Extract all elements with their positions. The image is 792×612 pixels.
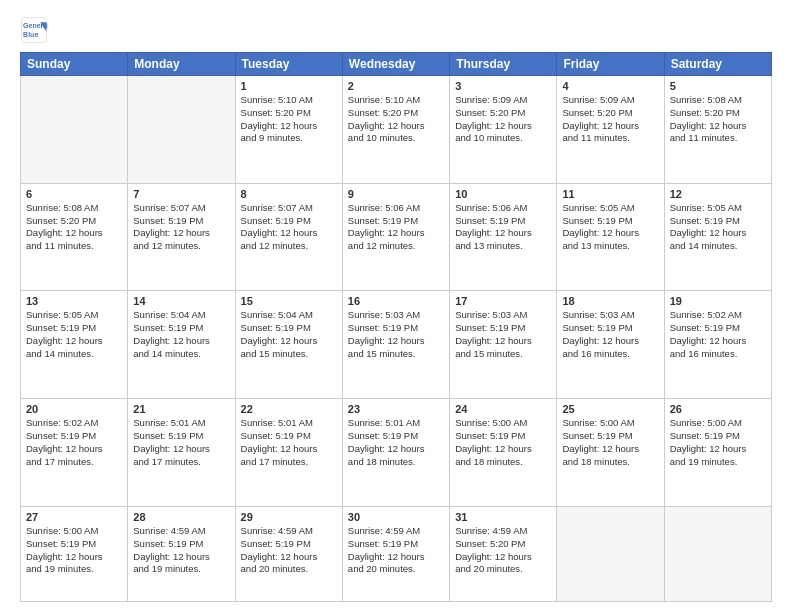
day-info: Sunrise: 5:04 AM Sunset: 5:19 PM Dayligh… <box>241 309 337 360</box>
calendar-cell: 5Sunrise: 5:08 AM Sunset: 5:20 PM Daylig… <box>664 76 771 184</box>
calendar-cell: 24Sunrise: 5:00 AM Sunset: 5:19 PM Dayli… <box>450 399 557 507</box>
week-row-3: 20Sunrise: 5:02 AM Sunset: 5:19 PM Dayli… <box>21 399 772 507</box>
day-number: 18 <box>562 295 658 307</box>
calendar-cell: 3Sunrise: 5:09 AM Sunset: 5:20 PM Daylig… <box>450 76 557 184</box>
svg-text:Blue: Blue <box>23 31 38 38</box>
calendar-cell: 29Sunrise: 4:59 AM Sunset: 5:19 PM Dayli… <box>235 506 342 601</box>
day-info: Sunrise: 5:05 AM Sunset: 5:19 PM Dayligh… <box>670 202 766 253</box>
calendar-cell: 11Sunrise: 5:05 AM Sunset: 5:19 PM Dayli… <box>557 183 664 291</box>
week-row-0: 1Sunrise: 5:10 AM Sunset: 5:20 PM Daylig… <box>21 76 772 184</box>
day-info: Sunrise: 5:02 AM Sunset: 5:19 PM Dayligh… <box>670 309 766 360</box>
calendar-cell <box>21 76 128 184</box>
calendar-cell: 18Sunrise: 5:03 AM Sunset: 5:19 PM Dayli… <box>557 291 664 399</box>
calendar-cell: 28Sunrise: 4:59 AM Sunset: 5:19 PM Dayli… <box>128 506 235 601</box>
day-info: Sunrise: 5:00 AM Sunset: 5:19 PM Dayligh… <box>26 525 122 576</box>
week-row-4: 27Sunrise: 5:00 AM Sunset: 5:19 PM Dayli… <box>21 506 772 601</box>
day-number: 22 <box>241 403 337 415</box>
weekday-sunday: Sunday <box>21 53 128 76</box>
day-info: Sunrise: 5:01 AM Sunset: 5:19 PM Dayligh… <box>133 417 229 468</box>
day-info: Sunrise: 5:02 AM Sunset: 5:19 PM Dayligh… <box>26 417 122 468</box>
day-number: 10 <box>455 188 551 200</box>
calendar-cell <box>664 506 771 601</box>
calendar-cell: 25Sunrise: 5:00 AM Sunset: 5:19 PM Dayli… <box>557 399 664 507</box>
day-number: 28 <box>133 511 229 523</box>
calendar-cell: 2Sunrise: 5:10 AM Sunset: 5:20 PM Daylig… <box>342 76 449 184</box>
day-number: 9 <box>348 188 444 200</box>
day-info: Sunrise: 5:05 AM Sunset: 5:19 PM Dayligh… <box>562 202 658 253</box>
weekday-friday: Friday <box>557 53 664 76</box>
day-info: Sunrise: 5:10 AM Sunset: 5:20 PM Dayligh… <box>241 94 337 145</box>
calendar-cell: 15Sunrise: 5:04 AM Sunset: 5:19 PM Dayli… <box>235 291 342 399</box>
day-number: 29 <box>241 511 337 523</box>
day-number: 27 <box>26 511 122 523</box>
day-number: 25 <box>562 403 658 415</box>
day-number: 30 <box>348 511 444 523</box>
calendar-cell: 20Sunrise: 5:02 AM Sunset: 5:19 PM Dayli… <box>21 399 128 507</box>
day-info: Sunrise: 4:59 AM Sunset: 5:19 PM Dayligh… <box>133 525 229 576</box>
calendar-cell: 17Sunrise: 5:03 AM Sunset: 5:19 PM Dayli… <box>450 291 557 399</box>
day-info: Sunrise: 5:09 AM Sunset: 5:20 PM Dayligh… <box>562 94 658 145</box>
header: General Blue <box>20 16 772 44</box>
day-info: Sunrise: 5:08 AM Sunset: 5:20 PM Dayligh… <box>26 202 122 253</box>
calendar-table: SundayMondayTuesdayWednesdayThursdayFrid… <box>20 52 772 602</box>
calendar-cell: 9Sunrise: 5:06 AM Sunset: 5:19 PM Daylig… <box>342 183 449 291</box>
day-number: 24 <box>455 403 551 415</box>
calendar-cell: 12Sunrise: 5:05 AM Sunset: 5:19 PM Dayli… <box>664 183 771 291</box>
calendar-cell: 16Sunrise: 5:03 AM Sunset: 5:19 PM Dayli… <box>342 291 449 399</box>
day-number: 19 <box>670 295 766 307</box>
day-info: Sunrise: 5:00 AM Sunset: 5:19 PM Dayligh… <box>670 417 766 468</box>
day-number: 2 <box>348 80 444 92</box>
day-info: Sunrise: 5:04 AM Sunset: 5:19 PM Dayligh… <box>133 309 229 360</box>
weekday-saturday: Saturday <box>664 53 771 76</box>
day-info: Sunrise: 5:06 AM Sunset: 5:19 PM Dayligh… <box>348 202 444 253</box>
day-number: 21 <box>133 403 229 415</box>
calendar-cell: 22Sunrise: 5:01 AM Sunset: 5:19 PM Dayli… <box>235 399 342 507</box>
weekday-thursday: Thursday <box>450 53 557 76</box>
day-info: Sunrise: 4:59 AM Sunset: 5:19 PM Dayligh… <box>348 525 444 576</box>
calendar-cell: 8Sunrise: 5:07 AM Sunset: 5:19 PM Daylig… <box>235 183 342 291</box>
day-info: Sunrise: 5:03 AM Sunset: 5:19 PM Dayligh… <box>562 309 658 360</box>
page: General Blue SundayMondayTuesdayWednesda… <box>0 0 792 612</box>
day-number: 7 <box>133 188 229 200</box>
day-info: Sunrise: 5:01 AM Sunset: 5:19 PM Dayligh… <box>348 417 444 468</box>
day-number: 23 <box>348 403 444 415</box>
calendar-cell: 6Sunrise: 5:08 AM Sunset: 5:20 PM Daylig… <box>21 183 128 291</box>
day-number: 13 <box>26 295 122 307</box>
calendar-cell: 14Sunrise: 5:04 AM Sunset: 5:19 PM Dayli… <box>128 291 235 399</box>
day-info: Sunrise: 5:03 AM Sunset: 5:19 PM Dayligh… <box>455 309 551 360</box>
day-number: 11 <box>562 188 658 200</box>
calendar-cell: 26Sunrise: 5:00 AM Sunset: 5:19 PM Dayli… <box>664 399 771 507</box>
week-row-2: 13Sunrise: 5:05 AM Sunset: 5:19 PM Dayli… <box>21 291 772 399</box>
day-info: Sunrise: 5:10 AM Sunset: 5:20 PM Dayligh… <box>348 94 444 145</box>
day-number: 8 <box>241 188 337 200</box>
logo: General Blue <box>20 16 52 44</box>
day-number: 17 <box>455 295 551 307</box>
day-info: Sunrise: 5:00 AM Sunset: 5:19 PM Dayligh… <box>562 417 658 468</box>
calendar-cell: 21Sunrise: 5:01 AM Sunset: 5:19 PM Dayli… <box>128 399 235 507</box>
day-info: Sunrise: 5:05 AM Sunset: 5:19 PM Dayligh… <box>26 309 122 360</box>
day-number: 3 <box>455 80 551 92</box>
day-info: Sunrise: 5:00 AM Sunset: 5:19 PM Dayligh… <box>455 417 551 468</box>
day-info: Sunrise: 5:07 AM Sunset: 5:19 PM Dayligh… <box>241 202 337 253</box>
weekday-wednesday: Wednesday <box>342 53 449 76</box>
calendar-cell: 23Sunrise: 5:01 AM Sunset: 5:19 PM Dayli… <box>342 399 449 507</box>
day-info: Sunrise: 5:08 AM Sunset: 5:20 PM Dayligh… <box>670 94 766 145</box>
weekday-tuesday: Tuesday <box>235 53 342 76</box>
calendar-cell: 31Sunrise: 4:59 AM Sunset: 5:20 PM Dayli… <box>450 506 557 601</box>
weekday-monday: Monday <box>128 53 235 76</box>
day-info: Sunrise: 4:59 AM Sunset: 5:19 PM Dayligh… <box>241 525 337 576</box>
day-number: 5 <box>670 80 766 92</box>
day-number: 15 <box>241 295 337 307</box>
day-info: Sunrise: 5:07 AM Sunset: 5:19 PM Dayligh… <box>133 202 229 253</box>
day-info: Sunrise: 5:06 AM Sunset: 5:19 PM Dayligh… <box>455 202 551 253</box>
week-row-1: 6Sunrise: 5:08 AM Sunset: 5:20 PM Daylig… <box>21 183 772 291</box>
calendar-cell: 30Sunrise: 4:59 AM Sunset: 5:19 PM Dayli… <box>342 506 449 601</box>
day-number: 26 <box>670 403 766 415</box>
day-info: Sunrise: 5:03 AM Sunset: 5:19 PM Dayligh… <box>348 309 444 360</box>
day-number: 20 <box>26 403 122 415</box>
calendar-cell: 19Sunrise: 5:02 AM Sunset: 5:19 PM Dayli… <box>664 291 771 399</box>
day-number: 6 <box>26 188 122 200</box>
calendar-cell: 13Sunrise: 5:05 AM Sunset: 5:19 PM Dayli… <box>21 291 128 399</box>
calendar-cell <box>128 76 235 184</box>
svg-rect-0 <box>22 18 47 43</box>
